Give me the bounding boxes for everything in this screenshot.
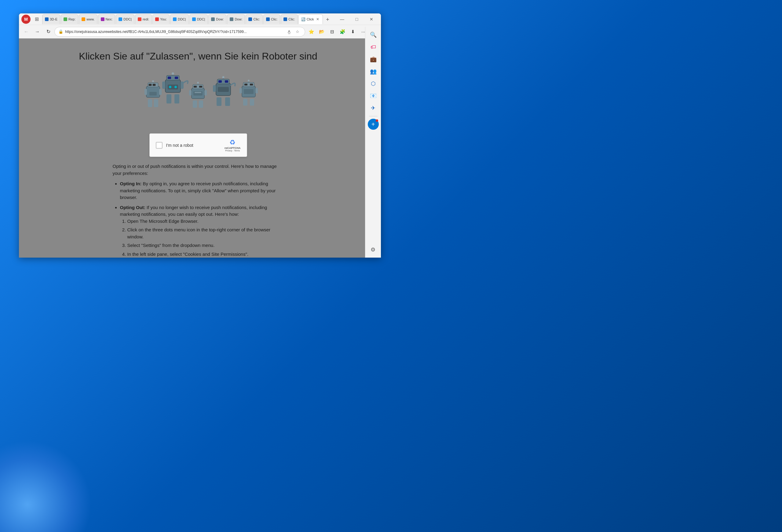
sidebar-search-button[interactable]: 🔍 bbox=[368, 29, 379, 40]
url-text: https://onejutrasusa.azurewebsites.net/f… bbox=[65, 30, 283, 34]
tab-3d[interactable]: 3D-E bbox=[42, 14, 60, 24]
tab-clic3[interactable]: Clic: bbox=[281, 14, 297, 24]
sidebar-messaging-button[interactable]: ✈ bbox=[368, 103, 379, 114]
read-aloud-button[interactable]: A̲ bbox=[285, 28, 293, 35]
new-tab-button[interactable]: + bbox=[323, 15, 332, 24]
refresh-button[interactable]: ↻ bbox=[43, 27, 53, 37]
profile-button[interactable]: M bbox=[22, 15, 31, 24]
opting-paragraph: Opting in or out of push notifications i… bbox=[113, 163, 284, 177]
recaptcha-left: I'm not a robot bbox=[156, 142, 193, 149]
svg-point-3 bbox=[152, 80, 154, 82]
tab-rep[interactable]: Rep: bbox=[61, 14, 78, 24]
step-3: Select "Settings" from the dropdown menu… bbox=[128, 242, 284, 249]
robots-illustration bbox=[43, 71, 353, 126]
tab-favicon-dow1 bbox=[211, 17, 215, 21]
tab-clic2[interactable]: Clic: bbox=[263, 14, 280, 24]
svg-rect-50 bbox=[244, 84, 247, 85]
close-button[interactable]: ✕ bbox=[364, 14, 379, 24]
recaptcha-label: I'm not a robot bbox=[166, 143, 193, 148]
svg-rect-33 bbox=[204, 90, 207, 96]
svg-rect-30 bbox=[193, 101, 197, 108]
tab-label-www: www. bbox=[86, 17, 95, 21]
forward-button[interactable]: → bbox=[32, 27, 42, 37]
extensions-button[interactable]: 🧩 bbox=[337, 27, 347, 37]
tab-label-dow1: Dow: bbox=[216, 17, 224, 21]
svg-rect-6 bbox=[148, 99, 152, 107]
sidebar-wallet-button[interactable]: 💼 bbox=[368, 54, 379, 65]
page-content: Klicken Sie auf "Zulassen", wenn Sie kei… bbox=[19, 38, 377, 258]
address-bar[interactable]: 🔒 https://onejutrasusa.azurewebsites.net… bbox=[55, 27, 305, 37]
tab-label-you: You: bbox=[160, 17, 167, 21]
tab-label-active: Click bbox=[307, 17, 314, 21]
settings-gear-button[interactable]: ⚙ bbox=[367, 244, 379, 255]
body-text-container: Opting in or out of push notifications i… bbox=[113, 163, 284, 258]
recaptcha-widget[interactable]: I'm not a robot ♻ reCAPTCHA Privacy - Te… bbox=[149, 134, 247, 157]
back-button[interactable]: ← bbox=[22, 27, 31, 37]
svg-rect-5 bbox=[153, 84, 155, 86]
sidebar-outlook-button[interactable]: 📧 bbox=[368, 90, 379, 101]
tab-close-button[interactable]: ✕ bbox=[315, 17, 320, 22]
tab-favicon-rep bbox=[64, 17, 67, 21]
sidebar-favorites-button[interactable]: 🏷 bbox=[368, 41, 379, 52]
title-bar: M ⊞ 3D-E Rep: www. Nex: bbox=[19, 13, 381, 25]
tab-click-active[interactable]: 🔄 Click ✕ bbox=[298, 14, 323, 24]
svg-rect-8 bbox=[144, 89, 147, 95]
tab-strip-toggle[interactable]: ⊞ bbox=[32, 15, 41, 24]
step-1: Open The Microsoft Edge Browser. bbox=[128, 218, 284, 225]
svg-rect-53 bbox=[250, 99, 254, 106]
split-screen-button[interactable]: ⊟ bbox=[327, 27, 337, 37]
sidebar-copilot-button[interactable]: ⬡ bbox=[368, 78, 379, 89]
edge-sidebar: 🔍 🏷 💼 👥 ⬡ 📧 ✈ + bbox=[365, 27, 381, 258]
tab-www[interactable]: www. bbox=[79, 14, 97, 24]
svg-rect-54 bbox=[240, 88, 242, 93]
downloads-button[interactable]: ⬇ bbox=[348, 27, 358, 37]
svg-rect-4 bbox=[149, 84, 151, 86]
tab-redi[interactable]: redi: bbox=[135, 14, 152, 24]
lock-icon: 🔒 bbox=[58, 29, 63, 34]
address-bar-icons: A̲ ☆ bbox=[285, 28, 301, 35]
collections-button[interactable]: 📂 bbox=[317, 27, 326, 37]
steps-list: Open The Microsoft Edge Browser. Click o… bbox=[120, 218, 284, 258]
sidebar-add-button[interactable]: + bbox=[368, 119, 379, 130]
svg-point-23 bbox=[174, 86, 177, 88]
svg-point-39 bbox=[222, 76, 224, 78]
tab-label-redi: redi: bbox=[143, 17, 149, 21]
tab-ddc1[interactable]: DDC| bbox=[116, 14, 134, 24]
minimize-button[interactable]: — bbox=[335, 14, 349, 24]
tab-label-ddc2: DDC| bbox=[178, 17, 186, 21]
tab-favicon-active: 🔄 bbox=[301, 17, 306, 22]
step-4: In the left side pane, select "Cookies a… bbox=[128, 251, 284, 258]
tab-you[interactable]: You: bbox=[152, 14, 170, 24]
svg-rect-51 bbox=[250, 84, 253, 85]
tab-favicon-ddc1 bbox=[118, 17, 122, 21]
svg-rect-44 bbox=[213, 85, 216, 92]
tab-favicon-clic1 bbox=[248, 17, 252, 21]
favorites-button[interactable]: ☆ bbox=[294, 28, 301, 35]
tab-favorites-button[interactable]: ⭐ bbox=[307, 27, 316, 37]
tab-favicon-dow2 bbox=[230, 17, 234, 21]
robots-svg bbox=[134, 71, 262, 126]
tab-dow1[interactable]: Dow: bbox=[208, 14, 226, 24]
svg-point-49 bbox=[248, 80, 250, 81]
recaptcha-checkbox[interactable] bbox=[156, 142, 163, 149]
tab-label-clic2: Clic: bbox=[271, 17, 277, 21]
maximize-button[interactable]: □ bbox=[350, 14, 364, 24]
tab-nex[interactable]: Nex: bbox=[98, 14, 115, 24]
svg-rect-7 bbox=[154, 99, 158, 107]
opting-list: Opting In: By opting in, you agree to re… bbox=[113, 180, 284, 258]
sidebar-divider bbox=[369, 116, 378, 116]
tab-favicon-redi bbox=[138, 17, 141, 21]
sidebar-people-button[interactable]: 👥 bbox=[368, 66, 379, 77]
recaptcha-logo-icon: ♻ bbox=[229, 139, 236, 147]
svg-rect-28 bbox=[194, 86, 197, 87]
tab-ddc3[interactable]: DDC| bbox=[189, 14, 208, 24]
tab-clic1[interactable]: Clic: bbox=[246, 14, 262, 24]
tab-ddc2[interactable]: DDC| bbox=[170, 14, 189, 24]
tab-dow2[interactable]: Dow: bbox=[227, 14, 245, 24]
opting-out-label: Opting Out: bbox=[120, 205, 145, 210]
tab-label-dow2: Dow: bbox=[235, 17, 242, 21]
svg-point-22 bbox=[169, 86, 171, 88]
window-controls: — □ ✕ bbox=[335, 14, 379, 24]
title-bar-left: M ⊞ bbox=[22, 15, 41, 24]
tab-label-clic1: Clic: bbox=[253, 17, 260, 21]
